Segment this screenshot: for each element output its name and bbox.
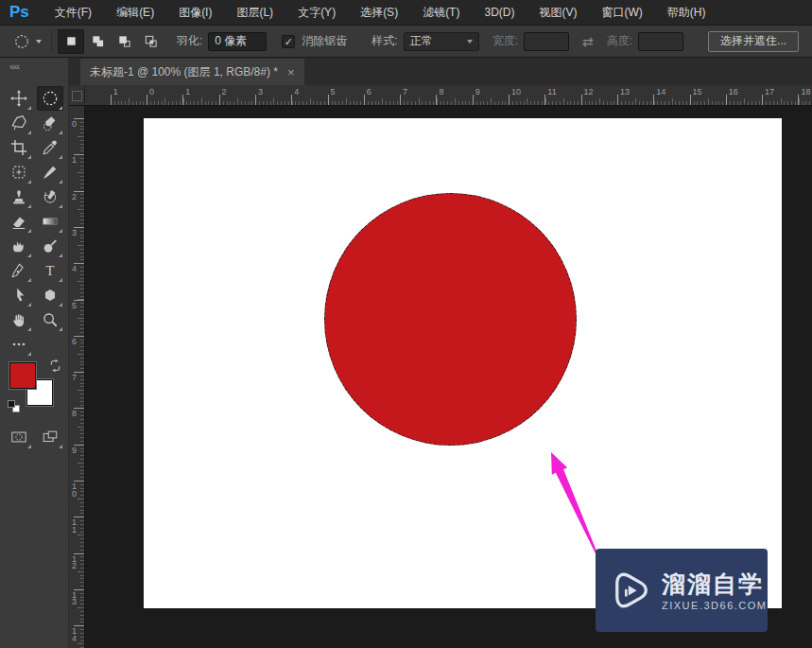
feather-input[interactable]: 0 像素	[208, 32, 267, 51]
watermark-title: 溜溜自学	[662, 570, 767, 597]
menu-item[interactable]: 图层(L)	[224, 0, 285, 25]
flyout-indicator	[59, 155, 62, 159]
flyout-indicator	[27, 180, 31, 184]
menu-item[interactable]: 帮助(H)	[655, 0, 718, 25]
lasso-tool[interactable]	[6, 111, 32, 135]
ruler-label: 3	[72, 230, 77, 237]
spot-healing-brush-tool[interactable]	[6, 160, 32, 184]
type-tool[interactable]: T	[37, 258, 63, 283]
workspace: «« T	[0, 58, 812, 648]
smudge-tool[interactable]	[6, 234, 32, 258]
menu-item[interactable]: 文件(F)	[43, 0, 104, 25]
flyout-indicator	[27, 352, 31, 356]
tab-close-icon[interactable]: ×	[287, 65, 295, 79]
screen-mode-button[interactable]	[37, 425, 63, 449]
document-tab[interactable]: 未标题-1 @ 100% (图层 1, RGB/8#) * ×	[80, 59, 304, 85]
antialias-checkbox[interactable]: ✓	[282, 35, 295, 48]
ruler-origin[interactable]	[69, 85, 85, 106]
shape-tool[interactable]	[37, 283, 63, 307]
swap-colors-icon[interactable]	[48, 359, 62, 377]
new-selection-button[interactable]	[58, 29, 84, 54]
feather-label: 羽化:	[177, 33, 202, 49]
eyedropper-tool[interactable]	[37, 135, 63, 160]
play-logo-icon	[609, 569, 652, 612]
tool-preset-dropdown[interactable]	[13, 30, 52, 53]
ruler-label: 10	[72, 483, 77, 498]
ruler-tick	[653, 95, 654, 105]
ruler-tick	[726, 95, 727, 105]
ruler-tick	[255, 95, 256, 105]
ruler-label: 11	[547, 87, 556, 96]
menu-item[interactable]: 滤镜(T)	[410, 0, 472, 25]
path-selection-tool[interactable]	[6, 283, 32, 307]
vertical-ruler[interactable]: 01234567891011121314	[69, 106, 85, 648]
ruler-label: 15	[693, 87, 702, 96]
menu-item[interactable]: 选择(S)	[348, 0, 410, 25]
default-colors-icon[interactable]	[8, 400, 21, 413]
zoom-tool[interactable]	[37, 307, 63, 332]
ruler-label: 4	[72, 266, 77, 273]
canvas[interactable]	[144, 118, 782, 608]
style-dropdown[interactable]: 正常	[404, 32, 479, 51]
ruler-tick	[219, 95, 220, 105]
ruler-label: 3	[258, 87, 263, 96]
elliptical-marquee-tool[interactable]	[37, 86, 63, 111]
intersect-selection-button[interactable]	[137, 29, 164, 54]
crop-tool[interactable]	[6, 135, 32, 160]
elliptical-marquee-icon	[13, 33, 30, 50]
flyout-indicator	[27, 155, 31, 159]
menu-item[interactable]: 文字(Y)	[285, 0, 348, 25]
add-to-selection-button[interactable]	[84, 29, 111, 54]
ruler-label: 18	[801, 87, 810, 96]
subtract-from-selection-button[interactable]	[111, 29, 137, 54]
ruler-tick	[147, 95, 147, 105]
history-brush-tool[interactable]	[37, 184, 63, 209]
ruler-label: 5	[72, 303, 77, 310]
ruler-label: 17	[765, 87, 774, 96]
foreground-color-swatch[interactable]	[9, 362, 36, 389]
height-input[interactable]	[638, 32, 683, 51]
ruler-label: 1	[72, 157, 77, 165]
flyout-indicator	[59, 131, 62, 134]
edit-toolbar[interactable]	[6, 332, 32, 357]
pen-tool[interactable]	[6, 258, 32, 283]
menu-item[interactable]: 窗口(W)	[589, 0, 654, 25]
ruler-tick	[182, 95, 183, 105]
width-input[interactable]	[524, 32, 569, 51]
menu-bar: Ps 文件(F)编辑(E)图像(I)图层(L)文字(Y)选择(S)滤镜(T)3D…	[0, 0, 812, 26]
flyout-indicator	[59, 180, 62, 184]
flyout-indicator	[59, 303, 62, 306]
flyout-indicator	[27, 327, 31, 331]
gradient-tool[interactable]	[37, 209, 63, 234]
ruler-label: 14	[72, 628, 77, 642]
ruler-label: 5	[331, 87, 336, 96]
style-value: 正常	[410, 33, 433, 49]
flyout-indicator	[27, 229, 31, 233]
swap-dimensions-icon[interactable]: ⇄	[582, 34, 594, 49]
brush-tool[interactable]	[37, 160, 63, 184]
ruler-label: 1	[185, 87, 190, 96]
ruler-tick	[617, 95, 618, 105]
ruler-label: 7	[403, 87, 407, 96]
eraser-tool[interactable]	[6, 209, 32, 234]
dodge-tool[interactable]	[37, 234, 63, 258]
hand-tool[interactable]	[6, 307, 32, 332]
quick-selection-tool[interactable]	[37, 111, 63, 135]
chevron-down-icon	[36, 40, 42, 44]
horizontal-ruler[interactable]: 10123456789101112131415161718	[85, 85, 812, 106]
flyout-indicator	[27, 445, 31, 448]
collapse-panel-button[interactable]: ««	[0, 58, 68, 75]
menu-item[interactable]: 图像(I)	[166, 0, 224, 25]
menu-item[interactable]: 编辑(E)	[104, 0, 166, 25]
quick-mask-button[interactable]	[6, 425, 32, 449]
menu-item[interactable]: 3D(D)	[472, 0, 527, 25]
menu-item[interactable]: 视图(V)	[527, 0, 589, 25]
photoshop-window: Ps 文件(F)编辑(E)图像(I)图层(L)文字(Y)选择(S)滤镜(T)3D…	[0, 0, 812, 648]
move-tool[interactable]	[6, 86, 32, 111]
style-label: 样式:	[371, 33, 397, 49]
ruler-tick	[436, 95, 437, 105]
antialias-label: 消除锯齿	[302, 33, 347, 49]
select-and-mask-button[interactable]: 选择并遮住...	[708, 31, 799, 52]
flyout-indicator	[59, 327, 62, 331]
clone-stamp-tool[interactable]	[6, 184, 32, 209]
